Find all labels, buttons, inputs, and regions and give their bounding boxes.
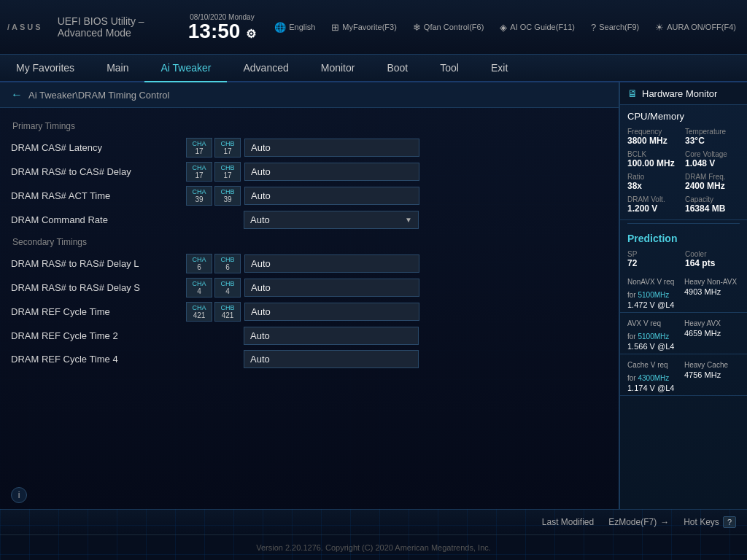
- dram-cas-value[interactable]: Auto: [244, 139, 419, 157]
- last-modified-label: Last Modified: [542, 517, 594, 527]
- qfan-button[interactable]: ❄ Qfan Control(F6): [409, 20, 488, 34]
- ref-cycle-value[interactable]: Auto: [244, 303, 419, 321]
- monitor-icon: 🖥: [627, 88, 638, 99]
- ezmode-arrow-icon: →: [660, 517, 669, 527]
- channel-boxes-cas: CHA17 CHB17: [186, 138, 241, 158]
- chb-box-cas: CHB17: [214, 138, 241, 158]
- metric-dram-freq: DRAM Freq. 2400 MHz: [685, 173, 740, 191]
- setting-ras-ras-delay-s: DRAM RAS# to RAS# Delay S CHA4 CHB4 Auto: [11, 276, 608, 300]
- settings-gear-icon[interactable]: ⚙: [246, 28, 256, 40]
- pred-heavy-cache: Heavy Cache 4756 MHz: [684, 357, 740, 392]
- cha-box-cas: CHA17: [186, 138, 212, 158]
- chb-ras-l: CHB6: [214, 254, 241, 273]
- ref-cycle-4-label: DRAM REF Cycle Time 4: [11, 354, 186, 365]
- hotkeys-key: ?: [723, 516, 736, 528]
- dram-cmd-value: Auto: [250, 214, 270, 225]
- nav-tool[interactable]: Tool: [424, 55, 475, 81]
- cha-ref: CHA421: [186, 302, 212, 322]
- datetime-display: 08/10/2020 Monday 13:50 ⚙: [188, 13, 256, 42]
- search-button[interactable]: ? Search(F9): [587, 20, 643, 34]
- favorite-icon: ⊞: [331, 22, 339, 33]
- dram-cmd-label: DRAM Command Rate: [11, 214, 186, 225]
- nav-main[interactable]: Main: [90, 55, 144, 81]
- pred-cache-value: 1.174 V @L4: [627, 384, 683, 392]
- ras-ras-s-value[interactable]: Auto: [244, 279, 419, 297]
- dram-ras-act-label: DRAM RAS# ACT Time: [11, 190, 186, 201]
- hotkeys-button[interactable]: Hot Keys ?: [684, 516, 736, 528]
- pred-heavy-avx: Heavy AVX 4659 MHz: [684, 316, 740, 351]
- qfan-label: Qfan Control(F6): [424, 23, 484, 31]
- cpu-memory-title: CPU/Memory: [627, 111, 740, 122]
- pred-sp: SP 72: [627, 250, 682, 268]
- secondary-timings-title: Secondary Timings: [11, 237, 608, 247]
- chb-ref: CHB421: [214, 302, 241, 322]
- top-icons-bar: 🌐 English ⊞ MyFavorite(F3) ❄ Qfan Contro…: [271, 20, 740, 34]
- ras-ras-s-label: DRAM RAS# to RAS# Delay S: [11, 282, 186, 293]
- time-display: 13:50 ⚙: [188, 21, 256, 42]
- nav-aitweaker[interactable]: Ai Tweaker: [144, 55, 227, 82]
- aura-button[interactable]: ☀ AURA ON/OFF(F4): [651, 20, 740, 34]
- chb-box-ras-act: CHB39: [214, 186, 241, 206]
- myfavorite-button[interactable]: ⊞ MyFavorite(F3): [328, 20, 400, 34]
- ras-ras-l-label: DRAM RAS# to RAS# Delay L: [11, 258, 186, 269]
- nav-advanced[interactable]: Advanced: [227, 55, 304, 81]
- channel-boxes-ras-l: CHA6 CHB6: [186, 254, 241, 273]
- asus-logo: /ASUS: [7, 23, 43, 31]
- metric-bclk: BCLK 100.00 MHz: [627, 150, 682, 168]
- pred-avx-value: 1.566 V @L4: [627, 342, 683, 351]
- bottom-bar: Last Modified EzMode(F7) → Hot Keys ?: [0, 509, 747, 534]
- setting-dram-ras-cas-delay: DRAM RAS# to CAS# Delay CHA17 CHB17 Auto: [11, 160, 608, 184]
- hw-monitor-title: 🖥 Hardware Monitor: [620, 82, 747, 105]
- main-content: ← Ai Tweaker\DRAM Timing Control Primary…: [0, 82, 747, 509]
- prediction-title: Prediction: [620, 227, 747, 247]
- dram-ras-act-value[interactable]: Auto: [244, 187, 419, 205]
- nav-exit[interactable]: Exit: [475, 55, 524, 81]
- ezmode-button[interactable]: EzMode(F7) →: [608, 517, 669, 527]
- dram-cas-label: DRAM CAS# Latency: [11, 142, 186, 153]
- info-button[interactable]: i: [11, 487, 27, 503]
- last-modified-item: Last Modified: [542, 517, 594, 527]
- setting-ref-cycle-2: DRAM REF Cycle Time 2 Auto: [11, 324, 608, 347]
- pred-nonavx-value: 1.472 V @L4: [627, 300, 683, 309]
- dram-cmd-dropdown[interactable]: Auto ▼: [244, 211, 419, 229]
- language-label: English: [289, 23, 315, 31]
- cha-ras-s: CHA4: [186, 278, 212, 298]
- setting-ref-cycle: DRAM REF Cycle Time CHA421 CHB421 Auto: [11, 300, 608, 324]
- cha-box-ras-act: CHA39: [186, 186, 212, 206]
- setting-dram-cmd-rate: DRAM Command Rate Auto ▼: [11, 208, 608, 231]
- version-text: Version 2.20.1276. Copyright (C) 2020 Am…: [256, 543, 491, 552]
- hardware-monitor-panel: 🖥 Hardware Monitor CPU/Memory Frequency …: [619, 82, 747, 509]
- globe-icon: 🌐: [274, 22, 286, 33]
- ras-ras-l-value[interactable]: Auto: [244, 254, 419, 273]
- pred-avx-block: AVX V reqfor 5100MHz 1.566 V @L4 Heavy A…: [620, 313, 747, 354]
- nav-boot[interactable]: Boot: [371, 55, 424, 81]
- fan-icon: ❄: [413, 22, 421, 33]
- setting-ras-ras-delay-l: DRAM RAS# to RAS# Delay L CHA6 CHB6 Auto: [11, 252, 608, 276]
- nav-monitor[interactable]: Monitor: [305, 55, 371, 81]
- back-button[interactable]: ←: [11, 88, 23, 101]
- pred-heavy-nonavx: Heavy Non-AVX 4903 MHz: [684, 274, 740, 309]
- ref-cycle-2-value[interactable]: Auto: [244, 327, 419, 345]
- dram-ras-cas-label: DRAM RAS# to CAS# Delay: [11, 166, 186, 177]
- settings-panel: ← Ai Tweaker\DRAM Timing Control Primary…: [0, 82, 619, 509]
- myfavorite-label: MyFavorite(F3): [342, 23, 397, 31]
- aioc-button[interactable]: ◈ AI OC Guide(F11): [496, 20, 578, 34]
- nav-myfavorites[interactable]: My Favorites: [0, 55, 90, 81]
- pred-cache-block: Cache V reqfor 4300MHz 1.174 V @L4 Heavy…: [620, 354, 747, 396]
- metric-frequency: Frequency 3800 MHz: [627, 128, 682, 146]
- dram-ras-cas-value[interactable]: Auto: [244, 163, 419, 181]
- ref-cycle-4-value[interactable]: Auto: [244, 350, 419, 368]
- divider: [627, 223, 740, 224]
- chb-box-ras-cas: CHB17: [214, 162, 241, 182]
- language-selector[interactable]: 🌐 English: [271, 20, 319, 34]
- primary-timings-title: Primary Timings: [11, 121, 608, 131]
- hotkeys-label: Hot Keys: [684, 517, 719, 527]
- search-icon: ?: [591, 22, 596, 33]
- aioc-label: AI OC Guide(F11): [510, 23, 575, 31]
- channel-boxes-ref: CHA421 CHB421: [186, 302, 241, 322]
- pred-cooler: Cooler 164 pts: [685, 250, 740, 268]
- pred-nonavx-block: NonAVX V reqfor 5100MHz 1.472 V @L4 Heav…: [620, 271, 747, 313]
- hw-title-text: Hardware Monitor: [642, 88, 717, 99]
- ref-cycle-2-label: DRAM REF Cycle Time 2: [11, 330, 186, 341]
- metric-dram-volt: DRAM Volt. 1.200 V: [627, 195, 682, 214]
